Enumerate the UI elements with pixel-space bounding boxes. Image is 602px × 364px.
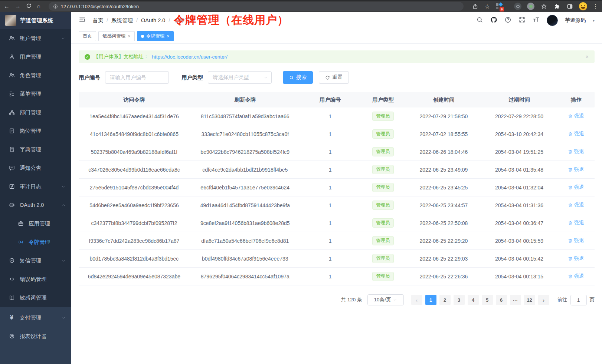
page-button-3[interactable]: 3	[454, 295, 465, 305]
app-logo-row[interactable]: 芋道管理系统	[0, 12, 71, 29]
refresh-token-cell: 811c530487574fa0af1a59d3abc1aa66	[190, 113, 301, 119]
sidebar-item-岗位管理[interactable]: 岗位管理	[0, 122, 71, 140]
goto-page: 前往 页	[557, 295, 595, 305]
create-time-cell: 2022-07-02 18:55:55	[406, 131, 481, 137]
page-button-6[interactable]: 6	[496, 295, 507, 305]
sidebar-item-部门管理[interactable]: 部门管理	[0, 103, 71, 122]
sidebar-item-通知公告[interactable]: 通知公告	[0, 159, 71, 177]
page-button-4[interactable]: 4	[468, 295, 479, 305]
puzzle-extensions-icon[interactable]	[553, 3, 560, 10]
side-panel-icon[interactable]	[566, 3, 573, 10]
sidebar-item-字典管理[interactable]: 字典管理	[0, 140, 71, 159]
user-type-select[interactable]: 请选择用户类型	[208, 71, 272, 84]
share-icon[interactable]	[472, 3, 479, 10]
help-icon[interactable]	[504, 16, 511, 24]
token-icon	[17, 239, 24, 245]
profile-avatar-icon[interactable]	[579, 2, 587, 10]
address-bar[interactable]: 127.0.0.1:1024/system/oauth2/token	[49, 2, 464, 11]
url-text: 127.0.0.1:1024/system/oauth2/token	[61, 4, 139, 9]
page-button-5[interactable]: 5	[482, 295, 493, 305]
sidebar-item-label: 错误码管理	[20, 276, 65, 283]
dark-extension-icon[interactable]	[514, 3, 521, 10]
force-logout-button[interactable]: 强退	[568, 166, 584, 173]
user-caret-icon[interactable]: ▾	[593, 19, 595, 23]
page-button-2[interactable]: 2	[439, 295, 451, 305]
tab-首页[interactable]: 首页	[79, 31, 96, 41]
sidebar-item-菜单管理[interactable]: 菜单管理	[0, 85, 71, 103]
force-logout-button[interactable]: 强退	[568, 219, 584, 226]
force-logout-button[interactable]: 强退	[568, 113, 584, 119]
breadcrumb-system[interactable]: 系统管理	[111, 17, 133, 24]
table-row: 502375b8040a469a9b82188afdf6af1fbe90422b…	[79, 143, 595, 161]
breadcrumb-home[interactable]: 首页	[92, 17, 103, 24]
sidebar-fold-icon[interactable]	[79, 16, 86, 24]
force-logout-button[interactable]: 强退	[568, 130, 584, 137]
table-row: 275e5de9151045fe87cbdc395e004f4de6cfd40e…	[79, 179, 595, 196]
expire-time-cell: 2054-03-04 00:15:42	[481, 256, 557, 262]
search-icon[interactable]	[476, 16, 483, 24]
page-button-12[interactable]: 12	[524, 295, 535, 305]
user-name[interactable]: 芋道源码	[565, 17, 586, 24]
site-info-icon[interactable]	[53, 4, 58, 9]
browser-menu-icon[interactable]: ⋮	[593, 3, 598, 10]
app-title: 芋道管理系统	[20, 17, 53, 24]
table-row: c342377bf8b344799dcbf7bf095287f29ce8ef2a…	[79, 214, 595, 232]
green-star-extension-icon[interactable]	[540, 3, 547, 10]
extension-grid-icon[interactable]: 9	[495, 3, 503, 10]
sidebar-item-租户管理[interactable]: 租户管理	[0, 29, 71, 47]
trash-icon	[568, 167, 573, 172]
next-page-button[interactable]: ›	[538, 295, 549, 305]
app-header: 首页 / 系统管理 / OAuth 2.0 / 令牌管理	[71, 12, 602, 29]
sidebar-item-应用管理[interactable]: 应用管理	[0, 214, 71, 233]
refresh-token-cell: 9ce8ef2aa9f14056b831ae9b608e28d5	[190, 220, 301, 226]
tab-close-icon[interactable]: ×	[128, 34, 131, 39]
alert-doc-link[interactable]: https://doc.iocoder.cn/user-center/	[152, 54, 228, 60]
browser-home-icon[interactable]: ⌂	[37, 3, 40, 9]
force-logout-button[interactable]: 强退	[568, 202, 584, 208]
browser-reload-icon[interactable]	[26, 3, 32, 10]
force-logout-button[interactable]: 强退	[568, 148, 584, 155]
fullscreen-icon[interactable]	[518, 16, 526, 24]
sidebar-item-支付管理[interactable]: ¥支付管理	[0, 308, 71, 327]
gray-extension-icon[interactable]	[527, 3, 534, 10]
reset-button[interactable]: 重置	[319, 71, 349, 84]
goto-page-input[interactable]	[570, 295, 587, 305]
expire-time-cell: 2054-03-04 00:13:15	[481, 274, 557, 279]
user-id-input[interactable]	[105, 71, 169, 84]
page-button-1[interactable]: 1	[425, 295, 436, 305]
sidebar-item-label: 审计日志	[20, 183, 56, 190]
github-icon[interactable]	[490, 16, 497, 24]
sidebar-item-用户管理[interactable]: 用户管理	[0, 47, 71, 66]
tab-令牌管理[interactable]: 令牌管理×	[137, 31, 174, 41]
user-avatar[interactable]	[547, 15, 558, 26]
sidebar-item-错误码管理[interactable]: 错误码管理	[0, 270, 71, 288]
search-button[interactable]: 搜索	[283, 71, 313, 84]
force-logout-button[interactable]: 强退	[568, 273, 584, 279]
trash-icon	[568, 185, 573, 190]
search-icon	[289, 75, 294, 80]
refresh-token-cell: 8796295f04064c2983414cc54af1097a	[190, 274, 301, 279]
browser-forward-icon[interactable]: →	[15, 3, 21, 9]
sidebar-item-报表设计器[interactable]: 报表设计器	[0, 327, 71, 345]
force-logout-button[interactable]: 强退	[568, 237, 584, 244]
force-logout-button[interactable]: 强退	[568, 184, 584, 191]
force-logout-button[interactable]: 强退	[568, 255, 584, 262]
sidebar-item-OAuth 2.0[interactable]: OAuth 2.0	[0, 196, 71, 214]
sidebar-item-短信管理[interactable]: 短信管理	[0, 251, 71, 270]
sidebar-item-审计日志[interactable]: 审计日志	[0, 177, 71, 196]
tab-close-icon[interactable]: ×	[167, 34, 170, 39]
page-size-select[interactable]: 10条/页	[367, 294, 404, 305]
sidebar-item-敏感词管理[interactable]: 敏感词管理	[0, 288, 71, 307]
tab-敏感词管理[interactable]: 敏感词管理×	[98, 31, 135, 41]
browser-back-icon[interactable]: ←	[4, 3, 10, 9]
bookmark-star-icon[interactable]: ☆	[485, 3, 490, 10]
alert-close-icon[interactable]: ×	[586, 54, 589, 60]
breadcrumb-oauth[interactable]: OAuth 2.0	[141, 17, 165, 23]
sidebar-item-令牌管理[interactable]: 令牌管理	[0, 233, 71, 251]
font-size-icon[interactable]	[533, 16, 540, 24]
app-root: ← → ⌂ 127.0.0.1:1024/system/oauth2/token…	[0, 0, 602, 364]
sidebar-item-角色管理[interactable]: 角色管理	[0, 66, 71, 85]
users-icon	[9, 35, 15, 41]
prev-page-button[interactable]: ‹	[411, 295, 422, 305]
page-ellipsis-button[interactable]: ···	[510, 295, 521, 305]
